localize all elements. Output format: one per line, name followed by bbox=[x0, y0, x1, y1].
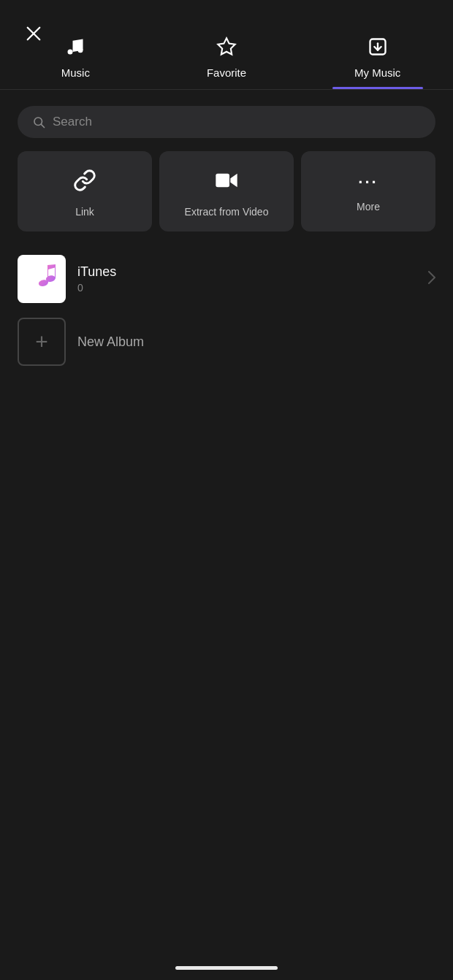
link-icon bbox=[73, 169, 96, 197]
more-dots-icon: ··· bbox=[358, 173, 378, 192]
itunes-list-item[interactable]: iTunes 0 bbox=[18, 248, 435, 310]
tab-my-music[interactable]: My Music bbox=[302, 37, 453, 89]
search-container bbox=[18, 106, 435, 138]
tab-music-label: Music bbox=[61, 66, 90, 79]
svg-marker-10 bbox=[230, 173, 237, 187]
plus-icon: + bbox=[35, 331, 48, 353]
svg-marker-4 bbox=[218, 38, 235, 54]
new-album-item[interactable]: + New Album bbox=[18, 310, 435, 373]
tab-favorite-underline bbox=[181, 87, 272, 89]
tab-favorite[interactable]: Favorite bbox=[151, 37, 302, 89]
tab-favorite-label: Favorite bbox=[207, 66, 246, 79]
music-note-icon bbox=[65, 37, 85, 62]
svg-line-8 bbox=[41, 124, 44, 127]
chevron-right-icon bbox=[428, 271, 435, 288]
search-icon bbox=[32, 115, 45, 129]
svg-point-3 bbox=[78, 47, 83, 53]
itunes-subtitle: 0 bbox=[77, 282, 416, 294]
tab-my-music-underline bbox=[332, 87, 423, 89]
new-album-info: New Album bbox=[77, 334, 435, 350]
tab-music[interactable]: Music bbox=[0, 37, 151, 89]
more-label: More bbox=[357, 201, 380, 213]
tab-my-music-label: My Music bbox=[354, 66, 400, 79]
svg-rect-11 bbox=[18, 255, 66, 303]
action-grid: Link Extract from Video ··· More bbox=[18, 151, 435, 231]
favorite-star-icon bbox=[216, 37, 237, 62]
itunes-title: iTunes bbox=[77, 264, 416, 280]
tab-bar: Music Favorite My Music bbox=[0, 15, 453, 90]
new-album-thumbnail: + bbox=[18, 318, 66, 366]
home-indicator bbox=[175, 966, 278, 970]
link-label: Link bbox=[75, 206, 94, 218]
svg-point-2 bbox=[68, 50, 73, 55]
more-button[interactable]: ··· More bbox=[301, 151, 435, 231]
link-button[interactable]: Link bbox=[18, 151, 152, 231]
search-bar[interactable] bbox=[18, 106, 435, 138]
extract-video-button[interactable]: Extract from Video bbox=[159, 151, 294, 231]
itunes-info: iTunes 0 bbox=[77, 264, 416, 294]
search-input[interactable] bbox=[53, 115, 421, 129]
list-section: iTunes 0 + New Album bbox=[0, 248, 453, 373]
itunes-thumbnail bbox=[18, 255, 66, 303]
video-camera-icon bbox=[215, 169, 238, 197]
new-album-label: New Album bbox=[77, 334, 435, 350]
extract-video-label: Extract from Video bbox=[185, 206, 269, 218]
svg-rect-9 bbox=[216, 173, 229, 187]
download-icon bbox=[368, 37, 388, 62]
tab-music-underline bbox=[30, 87, 121, 89]
